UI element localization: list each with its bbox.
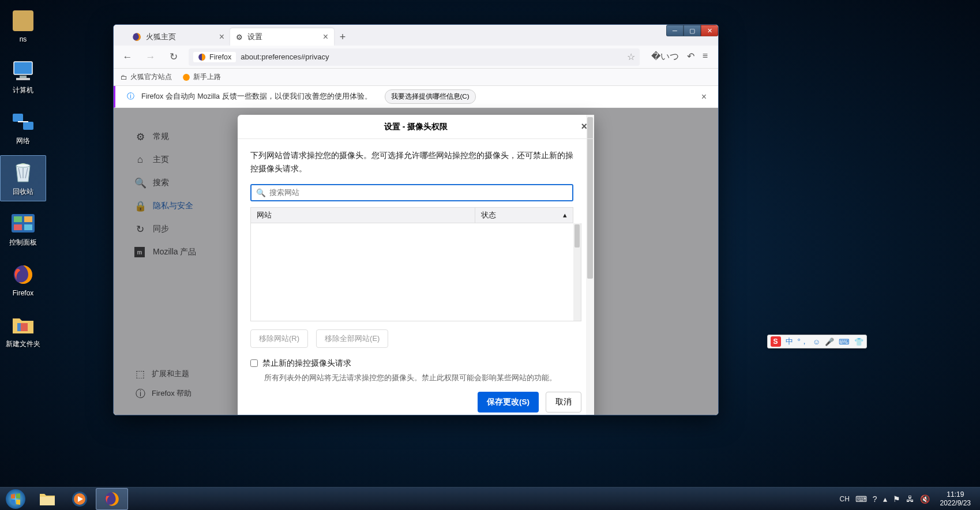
bookmark-getting-started[interactable]: 新手上路 <box>182 72 221 82</box>
svg-rect-5 <box>23 122 33 130</box>
bookmark-label: 新手上路 <box>193 72 221 82</box>
svg-rect-1 <box>14 62 32 74</box>
task-media-player[interactable] <box>63 488 96 510</box>
tab-settings[interactable]: ⚙ 设置 × <box>230 28 334 46</box>
desktop-icon-recycle-bin[interactable]: 回收站 <box>0 155 46 201</box>
maximize-button[interactable]: ▢ <box>684 25 701 36</box>
icon-label: 网络 <box>16 136 30 146</box>
column-label: 网站 <box>257 210 272 220</box>
desktop-icon-new-folder[interactable]: 新建文件夹 <box>0 308 46 354</box>
ime-skin-icon[interactable]: 👕 <box>854 337 863 346</box>
screenshot-icon[interactable]: �いつ <box>651 51 679 63</box>
icon-label: Firefox <box>13 289 34 297</box>
remove-actions: 移除网站(R) 移除全部网站(E) <box>250 321 581 356</box>
gear-icon: ⚙ <box>236 33 243 42</box>
url-bar[interactable]: Firefox about:preferences#privacy ☆ <box>189 48 640 66</box>
column-status[interactable]: 状态▴ <box>475 208 573 223</box>
content-area: ⚙常规 ⌂主页 🔍搜索 🔒隐私与安全 ↻同步 mMozilla 产品 ⬚扩展和主… <box>114 108 718 415</box>
start-button[interactable] <box>0 487 31 511</box>
task-explorer[interactable] <box>31 488 63 510</box>
help-icon[interactable]: ? <box>873 494 877 504</box>
recycle-bin-icon <box>11 160 35 185</box>
info-icon: ⓘ <box>127 92 134 102</box>
ime-voice-icon[interactable]: 🎤 <box>825 337 834 346</box>
save-button[interactable]: 保存更改(S) <box>478 392 539 412</box>
info-text: Firefox 会自动向 Mozilla 反馈一些数据，以便我们改善您的使用体验… <box>141 92 372 102</box>
remove-all-button[interactable]: 移除全部网站(E) <box>316 329 388 348</box>
remove-site-button[interactable]: 移除网站(R) <box>250 329 308 348</box>
cancel-button[interactable]: 取消 <box>546 392 581 412</box>
folder-icon <box>11 313 35 337</box>
ime-lang[interactable]: 中 <box>786 336 793 347</box>
taskbar: CH ⌨ ? ▴ ⚑ 🖧 🔇 11:19 2022/9/23 <box>0 487 980 510</box>
close-icon[interactable]: × <box>219 32 224 42</box>
ime-emoji-icon[interactable]: ☺ <box>813 337 820 346</box>
minimize-button[interactable]: ─ <box>666 25 684 36</box>
bookmarks-bar: 🗀火狐官方站点 新手上路 <box>114 69 718 86</box>
action-center-icon[interactable]: ⚑ <box>893 494 900 504</box>
identity-box[interactable]: Firefox <box>193 52 236 62</box>
svg-point-20 <box>6 489 25 509</box>
dialog-title: 设置 - 摄像头权限 <box>384 122 448 132</box>
svg-rect-21 <box>40 497 55 505</box>
block-new-checkbox[interactable] <box>250 359 258 367</box>
bookmark-star-icon[interactable]: ☆ <box>627 51 635 62</box>
identity-label: Firefox <box>209 53 231 61</box>
reload-button[interactable]: ↻ <box>166 51 182 63</box>
dialog-body: 下列网站曾请求操控您的摄像头。您可选择允许哪些网站操控您的摄像头，还可禁止新的操… <box>238 139 594 392</box>
chevron-up-icon[interactable]: ▴ <box>883 494 887 504</box>
svg-rect-8 <box>14 216 22 222</box>
nav-toolbar: ← → ↻ Firefox about:preferences#privacy … <box>114 46 718 69</box>
checkbox-label: 禁止新的操控摄像头请求 <box>262 358 351 369</box>
table-scrollbar[interactable] <box>573 223 581 321</box>
svg-rect-9 <box>24 216 32 222</box>
close-icon[interactable]: × <box>323 32 328 42</box>
tab-strip: 火狐主页 × ⚙ 设置 × + <box>114 25 718 46</box>
close-button[interactable]: ✕ <box>701 25 718 36</box>
clock[interactable]: 11:19 2022/9/23 <box>936 490 975 508</box>
svg-rect-3 <box>16 78 30 80</box>
icon-label: 新建文件夹 <box>6 339 40 349</box>
new-tab-button[interactable]: + <box>334 28 351 46</box>
desktop-icon-ns[interactable]: ns <box>0 3 46 49</box>
ime-toolbar[interactable]: S 中 °， ☺ 🎤 ⌨ 👕 <box>767 335 867 348</box>
network-icon <box>11 110 35 134</box>
computer-icon <box>11 59 35 83</box>
close-icon[interactable]: × <box>581 121 587 133</box>
sogou-logo-icon: S <box>771 336 781 347</box>
undo-icon[interactable]: ↶ <box>687 51 694 63</box>
info-choose-button[interactable]: 我要选择提供哪些信息(C) <box>385 89 476 104</box>
dialog-footer: 保存更改(S) 取消 <box>238 392 594 415</box>
camera-permissions-dialog: 设置 - 摄像头权限 × 下列网站曾请求操控您的摄像头。您可选择允许哪些网站操控… <box>238 115 594 415</box>
desktop-icon-firefox[interactable]: Firefox <box>0 257 46 303</box>
desktop-icons: ns 计算机 网络 回收站 控制面板 Firefox 新建文件夹 <box>0 0 52 358</box>
forward-button[interactable]: → <box>142 51 159 63</box>
desktop-icon-computer[interactable]: 计算机 <box>0 54 46 100</box>
menu-icon[interactable]: ≡ <box>703 51 708 63</box>
back-button[interactable]: ← <box>119 51 136 63</box>
control-panel-icon <box>11 211 35 235</box>
search-input-wrapper: 🔍 <box>250 184 573 201</box>
svg-point-17 <box>183 74 190 81</box>
task-firefox[interactable] <box>96 488 128 510</box>
ime-keyboard-icon[interactable]: ⌨ <box>839 337 850 346</box>
sites-table-body <box>250 223 573 321</box>
volume-icon[interactable]: 🔇 <box>920 494 930 504</box>
ime-punct-icon[interactable]: °， <box>798 336 808 347</box>
close-icon[interactable]: × <box>701 92 707 102</box>
network-tray-icon[interactable]: 🖧 <box>906 494 914 504</box>
search-input[interactable] <box>269 188 568 197</box>
svg-rect-4 <box>13 114 23 122</box>
firefox-icon <box>182 73 190 81</box>
column-site[interactable]: 网站 <box>251 208 475 223</box>
desktop-icon-network[interactable]: 网络 <box>0 104 46 151</box>
firefox-icon <box>198 53 206 61</box>
keyboard-icon[interactable]: ⌨ <box>855 494 867 504</box>
clock-date: 2022/9/23 <box>940 499 971 508</box>
window-controls: ─ ▢ ✕ <box>666 25 718 36</box>
lang-indicator[interactable]: CH <box>839 495 849 503</box>
tab-home[interactable]: 火狐主页 × <box>126 28 230 46</box>
svg-rect-2 <box>20 76 27 78</box>
bookmark-official[interactable]: 🗀火狐官方站点 <box>121 72 172 82</box>
desktop-icon-control-panel[interactable]: 控制面板 <box>0 206 46 252</box>
